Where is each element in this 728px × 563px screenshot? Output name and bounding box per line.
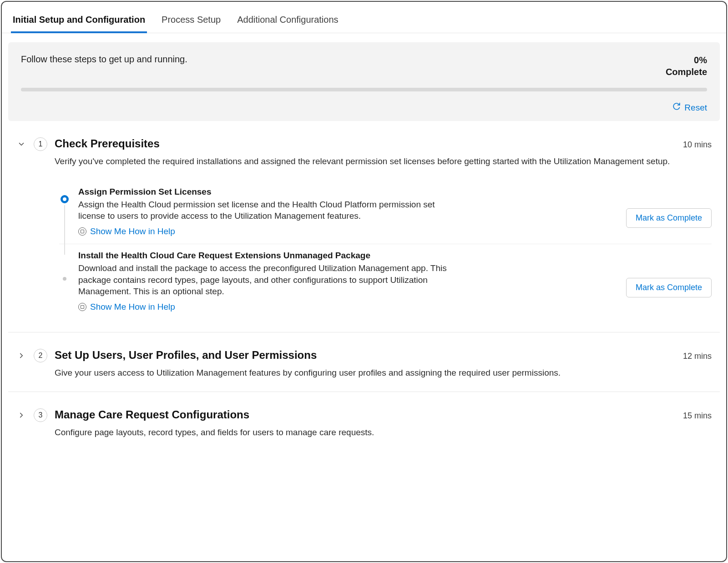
tab-process-setup[interactable]: Process Setup [160, 11, 222, 33]
step-number-badge: 2 [34, 349, 47, 362]
progress-card: Follow these steps to get up and running… [8, 42, 720, 121]
section-description: Verify you've completed the required ins… [55, 156, 712, 168]
tab-additional-configurations[interactable]: Additional Configurations [235, 11, 340, 33]
progress-bar [21, 88, 707, 91]
section-title: Set Up Users, User Profiles, and User Pe… [55, 349, 317, 362]
substeps: Assign Permission Set Licenses Assign th… [59, 181, 712, 319]
progress-dot-icon [63, 277, 66, 281]
substep-assign-permission-set-licenses: Assign Permission Set Licenses Assign th… [59, 181, 712, 244]
chevron-right-icon[interactable] [16, 349, 26, 362]
section-set-up-users: 2 Set Up Users, User Profiles, and User … [8, 332, 720, 392]
progress-ring-icon [61, 195, 69, 203]
section-manage-care-request: 3 Manage Care Request Configurations 15 … [8, 392, 720, 452]
section-title: Manage Care Request Configurations [55, 408, 249, 421]
step-number-badge: 1 [34, 137, 47, 151]
progress-percent: 0% [666, 54, 707, 66]
substep-install-package: Install the Health Cloud Care Request Ex… [59, 244, 712, 319]
substep-link-label: Show Me How in Help [90, 302, 175, 312]
substep-link-label: Show Me How in Help [90, 226, 175, 236]
substep-description: Download and install the package to acce… [78, 262, 451, 297]
section-time: 12 mins [683, 352, 712, 361]
help-icon [78, 303, 86, 311]
tab-bar: Initial Setup and Configuration Process … [2, 2, 726, 33]
show-me-how-link[interactable]: Show Me How in Help [78, 302, 451, 312]
substep-description: Assign the Health Cloud permission set l… [78, 199, 451, 222]
step-number-badge: 3 [34, 408, 47, 422]
progress-complete-label: Complete [666, 66, 707, 78]
section-title: Check Prerequisites [55, 137, 160, 150]
substep-marker [59, 187, 70, 236]
section-time: 10 mins [683, 140, 712, 150]
substep-title: Assign Permission Set Licenses [78, 187, 451, 197]
section-time: 15 mins [683, 411, 712, 421]
chevron-right-icon[interactable] [16, 408, 26, 422]
section-description: Give your users access to Utilization Ma… [55, 367, 712, 379]
section-description: Configure page layouts, record types, an… [55, 427, 712, 439]
section-check-prerequisites: 1 Check Prerequisites 10 mins Verify you… [8, 121, 720, 332]
progress-instruction: Follow these steps to get up and running… [21, 54, 187, 65]
app-frame: Initial Setup and Configuration Process … [1, 1, 727, 562]
substep-marker [59, 251, 70, 312]
tab-initial-setup[interactable]: Initial Setup and Configuration [11, 11, 147, 33]
sections: 1 Check Prerequisites 10 mins Verify you… [2, 121, 726, 452]
show-me-how-link[interactable]: Show Me How in Help [78, 226, 451, 236]
help-icon [78, 227, 86, 236]
substep-title: Install the Health Cloud Care Request Ex… [78, 251, 451, 261]
mark-as-complete-button[interactable]: Mark as Complete [626, 278, 712, 297]
reset-button[interactable]: Reset [21, 102, 707, 113]
reset-label: Reset [684, 103, 707, 113]
reset-icon [672, 102, 681, 113]
mark-as-complete-button[interactable]: Mark as Complete [626, 208, 712, 228]
progress-status: 0% Complete [666, 54, 707, 78]
chevron-down-icon[interactable] [16, 137, 26, 151]
